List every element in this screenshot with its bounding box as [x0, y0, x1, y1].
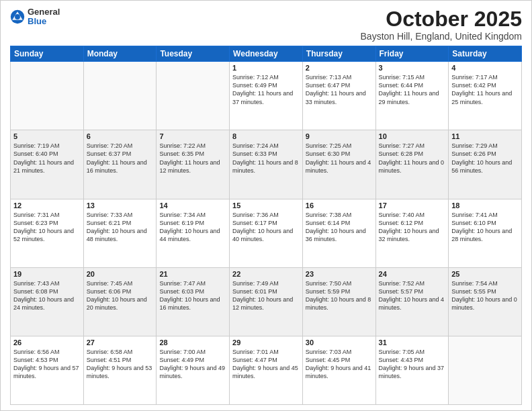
- day-number: 12: [13, 201, 81, 210]
- calendar-cell: 2Sunrise: 7:13 AM Sunset: 6:47 PM Daylig…: [302, 62, 375, 130]
- day-info: Sunrise: 6:58 AM Sunset: 4:51 PM Dayligh…: [87, 348, 154, 381]
- day-info: Sunrise: 7:41 AM Sunset: 6:10 PM Dayligh…: [451, 211, 519, 244]
- day-info: Sunrise: 7:15 AM Sunset: 6:44 PM Dayligh…: [379, 73, 446, 106]
- calendar-week-row: 1Sunrise: 7:12 AM Sunset: 6:49 PM Daylig…: [11, 62, 522, 130]
- calendar-cell: 15Sunrise: 7:36 AM Sunset: 6:17 PM Dayli…: [230, 199, 303, 267]
- col-friday: Friday: [375, 46, 449, 62]
- day-info: Sunrise: 7:27 AM Sunset: 6:28 PM Dayligh…: [379, 142, 446, 175]
- day-number: 2: [306, 64, 373, 72]
- page: General Blue October 2025 Bayston Hill, …: [0, 0, 532, 411]
- day-number: 26: [13, 338, 81, 347]
- calendar-cell: [83, 62, 157, 130]
- title-block: October 2025 Bayston Hill, England, Unit…: [361, 7, 522, 42]
- calendar-cell: 10Sunrise: 7:27 AM Sunset: 6:28 PM Dayli…: [375, 130, 449, 199]
- col-monday: Monday: [83, 46, 157, 62]
- logo-text: General Blue: [28, 7, 60, 27]
- day-number: 7: [159, 132, 226, 140]
- day-number: 23: [306, 270, 373, 278]
- col-sunday: Sunday: [11, 46, 84, 62]
- day-number: 14: [159, 201, 226, 210]
- day-number: 10: [379, 132, 446, 140]
- day-number: 13: [87, 201, 154, 210]
- calendar-cell: 19Sunrise: 7:43 AM Sunset: 6:08 PM Dayli…: [11, 267, 84, 336]
- day-number: 16: [306, 201, 373, 210]
- location: Bayston Hill, England, United Kingdom: [361, 31, 522, 42]
- day-info: Sunrise: 7:03 AM Sunset: 4:45 PM Dayligh…: [306, 348, 373, 381]
- calendar-cell: 13Sunrise: 7:33 AM Sunset: 6:21 PM Dayli…: [83, 199, 157, 267]
- day-info: Sunrise: 6:56 AM Sunset: 4:53 PM Dayligh…: [13, 348, 81, 381]
- day-number: 28: [159, 338, 226, 347]
- calendar-cell: 16Sunrise: 7:38 AM Sunset: 6:14 PM Dayli…: [302, 199, 375, 267]
- day-info: Sunrise: 7:47 AM Sunset: 6:03 PM Dayligh…: [159, 279, 226, 312]
- calendar-cell: 8Sunrise: 7:24 AM Sunset: 6:33 PM Daylig…: [230, 130, 303, 199]
- day-number: 1: [232, 64, 300, 72]
- calendar-header-row: Sunday Monday Tuesday Wednesday Thursday…: [11, 46, 522, 62]
- calendar-week-row: 26Sunrise: 6:56 AM Sunset: 4:53 PM Dayli…: [11, 336, 522, 404]
- calendar-cell: [449, 336, 522, 404]
- day-info: Sunrise: 7:43 AM Sunset: 6:08 PM Dayligh…: [13, 279, 81, 312]
- day-number: 8: [232, 132, 300, 140]
- day-info: Sunrise: 7:50 AM Sunset: 5:59 PM Dayligh…: [306, 279, 373, 312]
- calendar-cell: [157, 62, 230, 130]
- col-saturday: Saturday: [449, 46, 522, 62]
- day-info: Sunrise: 7:12 AM Sunset: 6:49 PM Dayligh…: [232, 73, 300, 106]
- calendar-cell: [11, 62, 84, 130]
- calendar-week-row: 12Sunrise: 7:31 AM Sunset: 6:23 PM Dayli…: [11, 199, 522, 267]
- day-info: Sunrise: 7:40 AM Sunset: 6:12 PM Dayligh…: [379, 211, 446, 244]
- calendar-cell: 9Sunrise: 7:25 AM Sunset: 6:30 PM Daylig…: [302, 130, 375, 199]
- svg-point-2: [15, 14, 20, 19]
- day-number: 17: [379, 201, 446, 210]
- calendar-week-row: 5Sunrise: 7:19 AM Sunset: 6:40 PM Daylig…: [11, 130, 522, 199]
- calendar-cell: 30Sunrise: 7:03 AM Sunset: 4:45 PM Dayli…: [302, 336, 375, 404]
- calendar-cell: 25Sunrise: 7:54 AM Sunset: 5:55 PM Dayli…: [449, 267, 522, 336]
- calendar-week-row: 19Sunrise: 7:43 AM Sunset: 6:08 PM Dayli…: [11, 267, 522, 336]
- calendar-cell: 7Sunrise: 7:22 AM Sunset: 6:35 PM Daylig…: [157, 130, 230, 199]
- col-thursday: Thursday: [302, 46, 375, 62]
- day-info: Sunrise: 7:36 AM Sunset: 6:17 PM Dayligh…: [232, 211, 300, 244]
- day-number: 3: [379, 64, 446, 72]
- day-number: 25: [451, 270, 519, 278]
- month-title: October 2025: [361, 7, 522, 31]
- calendar-cell: 14Sunrise: 7:34 AM Sunset: 6:19 PM Dayli…: [157, 199, 230, 267]
- day-number: 5: [13, 132, 81, 140]
- day-info: Sunrise: 7:25 AM Sunset: 6:30 PM Dayligh…: [306, 142, 373, 175]
- col-tuesday: Tuesday: [157, 46, 230, 62]
- calendar-cell: 23Sunrise: 7:50 AM Sunset: 5:59 PM Dayli…: [302, 267, 375, 336]
- logo-blue: Blue: [28, 17, 60, 26]
- day-number: 20: [87, 270, 154, 278]
- day-number: 11: [451, 132, 519, 140]
- calendar-cell: 28Sunrise: 7:00 AM Sunset: 4:49 PM Dayli…: [157, 336, 230, 404]
- calendar-cell: 1Sunrise: 7:12 AM Sunset: 6:49 PM Daylig…: [230, 62, 303, 130]
- day-number: 9: [306, 132, 373, 140]
- calendar-cell: 6Sunrise: 7:20 AM Sunset: 6:37 PM Daylig…: [83, 130, 157, 199]
- day-info: Sunrise: 7:00 AM Sunset: 4:49 PM Dayligh…: [159, 348, 226, 381]
- day-info: Sunrise: 7:29 AM Sunset: 6:26 PM Dayligh…: [451, 142, 519, 175]
- calendar-cell: 4Sunrise: 7:17 AM Sunset: 6:42 PM Daylig…: [449, 62, 522, 130]
- calendar-cell: 21Sunrise: 7:47 AM Sunset: 6:03 PM Dayli…: [157, 267, 230, 336]
- day-info: Sunrise: 7:13 AM Sunset: 6:47 PM Dayligh…: [306, 73, 373, 106]
- calendar-cell: 18Sunrise: 7:41 AM Sunset: 6:10 PM Dayli…: [449, 199, 522, 267]
- calendar-cell: 17Sunrise: 7:40 AM Sunset: 6:12 PM Dayli…: [375, 199, 449, 267]
- day-info: Sunrise: 7:45 AM Sunset: 6:06 PM Dayligh…: [87, 279, 154, 312]
- day-info: Sunrise: 7:05 AM Sunset: 4:43 PM Dayligh…: [379, 348, 446, 381]
- day-number: 27: [87, 338, 154, 347]
- day-number: 22: [232, 270, 300, 278]
- calendar-cell: 31Sunrise: 7:05 AM Sunset: 4:43 PM Dayli…: [375, 336, 449, 404]
- day-number: 4: [451, 64, 519, 72]
- day-number: 31: [379, 338, 446, 347]
- day-info: Sunrise: 7:01 AM Sunset: 4:47 PM Dayligh…: [232, 348, 300, 381]
- calendar-cell: 24Sunrise: 7:52 AM Sunset: 5:57 PM Dayli…: [375, 267, 449, 336]
- day-number: 15: [232, 201, 300, 210]
- day-info: Sunrise: 7:54 AM Sunset: 5:55 PM Dayligh…: [451, 279, 519, 312]
- day-info: Sunrise: 7:52 AM Sunset: 5:57 PM Dayligh…: [379, 279, 446, 312]
- day-info: Sunrise: 7:49 AM Sunset: 6:01 PM Dayligh…: [232, 279, 300, 312]
- day-number: 24: [379, 270, 446, 278]
- logo: General Blue: [10, 7, 60, 27]
- day-number: 29: [232, 338, 300, 347]
- header: General Blue October 2025 Bayston Hill, …: [10, 7, 522, 42]
- calendar-cell: 12Sunrise: 7:31 AM Sunset: 6:23 PM Dayli…: [11, 199, 84, 267]
- calendar-cell: 26Sunrise: 6:56 AM Sunset: 4:53 PM Dayli…: [11, 336, 84, 404]
- calendar-cell: 20Sunrise: 7:45 AM Sunset: 6:06 PM Dayli…: [83, 267, 157, 336]
- calendar-cell: 27Sunrise: 6:58 AM Sunset: 4:51 PM Dayli…: [83, 336, 157, 404]
- day-number: 19: [13, 270, 81, 278]
